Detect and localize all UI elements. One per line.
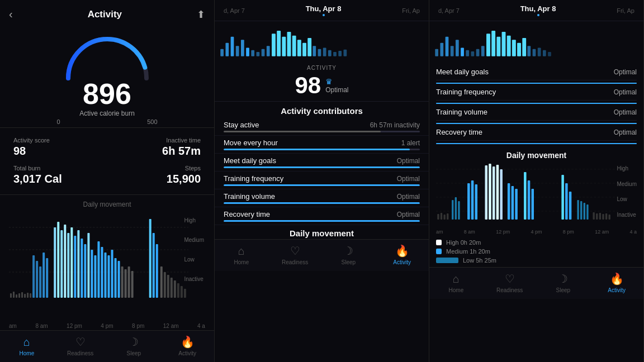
panel3-nav-readiness[interactable]: ♡ Readiness <box>483 272 537 293</box>
nav-activity[interactable]: 🔥 Activity <box>160 335 214 356</box>
p3-nav-home-label: Home <box>449 287 464 293</box>
panel3-date-left: d, Apr 7 <box>438 7 460 14</box>
svg-rect-15 <box>46 258 48 298</box>
svg-rect-64 <box>287 32 291 56</box>
svg-rect-47 <box>174 280 176 298</box>
p3-level-high: High <box>617 165 637 172</box>
panel2-date-header: d, Apr 7 Thu, Apr 8 Fri, Ap <box>215 0 429 21</box>
svg-rect-105 <box>443 215 445 220</box>
svg-rect-54 <box>236 46 239 56</box>
contributor-stay-active: Stay active 6h 57m inactivity <box>215 118 429 136</box>
gauge-max: 500 <box>147 118 157 125</box>
level-low: Low <box>184 256 204 263</box>
stat-activity-score-label: Activity score <box>13 137 102 144</box>
panel3-nav-activity[interactable]: 🔥 Activity <box>590 272 643 293</box>
svg-rect-98 <box>548 52 551 56</box>
svg-rect-50 <box>184 289 186 298</box>
svg-rect-21 <box>70 227 73 298</box>
metric-name-daily-goals: Meet daily goals <box>436 68 489 76</box>
panel2-date-right: Fri, Ap <box>402 7 420 14</box>
svg-rect-28 <box>94 255 96 298</box>
nav-home[interactable]: ⌂ Home <box>0 336 54 356</box>
svg-rect-10 <box>30 293 31 298</box>
chart-levels: High Medium Low Inactive <box>184 211 204 289</box>
svg-rect-4 <box>13 292 15 298</box>
svg-rect-82 <box>466 50 469 56</box>
gauge-svg <box>57 31 158 84</box>
stats-grid: Activity score 98 Inactive time 6h 57m T… <box>0 127 214 195</box>
svg-rect-74 <box>338 51 342 56</box>
svg-rect-71 <box>323 47 326 56</box>
contributor-val-daily-goals: Optimal <box>397 157 420 165</box>
contributor-val-recovery: Optimal <box>397 211 420 218</box>
p3-nav-sleep-label: Sleep <box>556 287 571 293</box>
nav-readiness[interactable]: ♡ Readiness <box>54 335 107 356</box>
panel2-date-left: d, Apr 7 <box>224 7 245 14</box>
svg-rect-70 <box>318 49 321 56</box>
contributor-move-hour: Move every hour 1 alert <box>215 136 429 154</box>
svg-rect-18 <box>60 230 63 298</box>
panel2-mini-chart <box>215 21 429 60</box>
svg-rect-76 <box>435 49 438 56</box>
svg-rect-14 <box>42 253 45 298</box>
share-icon[interactable]: ⬆ <box>197 8 205 21</box>
panel3-nav-sleep[interactable]: ☽ Sleep <box>537 272 590 293</box>
p2-readiness-icon: ♡ <box>290 244 300 258</box>
svg-rect-31 <box>104 253 106 298</box>
svg-rect-92 <box>517 43 521 56</box>
stat-inactive-time-label: Inactive time <box>112 137 201 144</box>
panel2-nav-sleep[interactable]: ☽ Sleep <box>322 244 376 265</box>
p3-sleep-icon: ☽ <box>558 272 568 285</box>
gauge-label: Active calorie burn <box>79 109 135 117</box>
panel3-date-dot <box>537 14 539 16</box>
panel2-nav-activity[interactable]: 🔥 Activity <box>375 244 429 265</box>
svg-rect-16 <box>54 227 56 298</box>
panel3-date-center: Thu, Apr 8 <box>520 4 556 16</box>
svg-rect-113 <box>485 165 487 220</box>
svg-rect-25 <box>84 244 86 298</box>
svg-rect-104 <box>441 213 442 220</box>
svg-rect-6 <box>18 293 20 298</box>
stat-inactive-time: Inactive time 6h 57m <box>107 134 205 161</box>
stat-inactive-time-value: 6h 57m <box>112 145 201 158</box>
svg-rect-131 <box>593 212 594 220</box>
nav-readiness-label: Readiness <box>67 350 93 356</box>
legend-dot-high <box>436 240 442 245</box>
panel-2-contributors: d, Apr 7 Thu, Apr 8 Fri, Ap <box>215 0 429 362</box>
nav-sleep-label: Sleep <box>127 350 141 356</box>
svg-rect-61 <box>272 34 276 56</box>
time-axis-1: am 8 am 12 pm 4 pm 8 pm 12 am 4 a <box>0 322 214 330</box>
panel3-mini-chart-svg <box>434 25 639 58</box>
svg-rect-62 <box>277 31 281 56</box>
contributor-name-training-freq: Training frequency <box>224 174 283 183</box>
contributor-name-training-vol: Training volume <box>224 192 275 201</box>
metric-bar-recovery <box>436 143 637 144</box>
svg-rect-30 <box>101 247 103 298</box>
svg-rect-84 <box>476 49 480 56</box>
panel3-metrics: Meet daily goals Optimal Training freque… <box>429 60 643 147</box>
metric-meet-daily-goals: Meet daily goals Optimal <box>436 64 637 80</box>
panel2-nav-readiness[interactable]: ♡ Readiness <box>268 244 322 265</box>
back-icon[interactable]: ‹ <box>9 8 13 21</box>
svg-rect-33 <box>111 250 113 298</box>
stat-activity-score: Activity score 98 <box>9 134 107 161</box>
svg-rect-22 <box>74 236 76 298</box>
contributor-name-daily-goals: Meet daily goals <box>224 156 276 165</box>
svg-rect-116 <box>496 165 499 220</box>
legend-dot-medium <box>436 249 442 254</box>
svg-rect-120 <box>515 189 517 220</box>
metric-name-training-freq: Training frequency <box>436 88 496 96</box>
p2-activity-icon: 🔥 <box>395 244 409 258</box>
stat-activity-score-value: 98 <box>13 145 102 158</box>
panel-1-activity: ‹ Activity ⬆ 896 Active calorie burn 0 5… <box>0 0 215 362</box>
panel2-nav-home[interactable]: ⌂ Home <box>215 245 268 265</box>
nav-sleep[interactable]: ☽ Sleep <box>107 335 161 356</box>
contributor-name-recovery: Recovery time <box>224 210 270 218</box>
panel3-nav-home[interactable]: ⌂ Home <box>429 273 483 293</box>
svg-rect-59 <box>262 49 265 56</box>
svg-rect-9 <box>27 293 29 298</box>
contributor-val-training-freq: Optimal <box>397 175 420 183</box>
svg-rect-106 <box>447 213 448 220</box>
p2-nav-activity-label: Activity <box>393 259 411 265</box>
svg-rect-88 <box>496 37 500 56</box>
